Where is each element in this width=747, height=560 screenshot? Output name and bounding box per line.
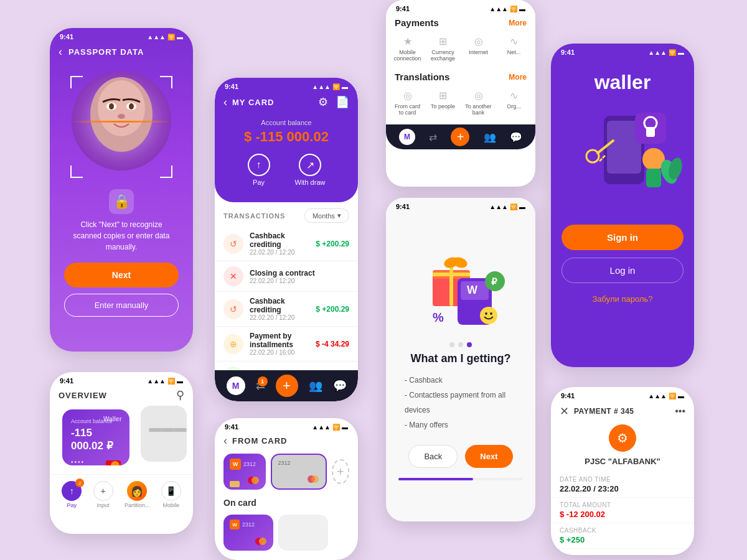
list-item[interactable]: ∿ Org... — [497, 86, 530, 119]
pd-close-icon[interactable]: ✕ — [560, 404, 569, 418]
list-item[interactable]: ∿ Net... — [497, 32, 530, 65]
phone2-time: 9:41 — [225, 83, 238, 90]
on-card-row: W 2312 — [215, 515, 358, 551]
nav-people-icon[interactable]: 👥 — [309, 379, 322, 393]
tx-icon-1: ↺ — [223, 234, 243, 254]
forgot-password-link[interactable]: Забули пароль? — [593, 294, 653, 304]
card-number: •••• 1401 — [71, 459, 106, 465]
overview-bottom-nav: ↑ 2 Pay + Input 👩 Partition... 📱 Mobile — [50, 474, 193, 512]
phone-onboarding: 9:41 ▲▲▲ 🛜 ▬ W — [386, 198, 535, 521]
list-item[interactable]: ◎ From card to card — [391, 86, 424, 119]
nav-people-icon3[interactable]: 👥 — [484, 131, 496, 143]
on-card-1[interactable]: W 2312 — [223, 515, 273, 551]
list-item[interactable]: ◎ Internet — [462, 32, 495, 65]
svg-point-4 — [109, 103, 114, 110]
from-card-2[interactable]: 2312 — [271, 454, 327, 490]
overview-nav: OVERVIEW ⚲ — [50, 387, 193, 406]
back-arrow-icon[interactable]: ‹ — [59, 45, 62, 58]
tx-amount-1: $ +200.29 — [316, 240, 349, 248]
tx-info-3: Cashback crediting 22.02.20 / 12:20 — [250, 297, 309, 321]
nav-transfer-icon3[interactable]: ⇄ — [429, 131, 437, 143]
enter-manually-button[interactable]: Enter manually — [64, 294, 179, 317]
filter-dropdown[interactable]: Months ▾ — [304, 208, 349, 223]
nav-m-icon3[interactable]: M — [399, 129, 415, 145]
card-footer: •••• 1401 — [71, 459, 121, 465]
svg-point-43 — [259, 538, 266, 545]
phone3-time: 9:41 — [396, 5, 410, 12]
fromcard-nav: ‹ FROM CARD — [215, 433, 358, 454]
tx-name-2: Closing a contract — [250, 269, 343, 278]
card1-num: 2312 — [243, 461, 256, 467]
avatar-icon: 👩 — [127, 481, 147, 501]
to-bank-icon: ◎ — [474, 90, 483, 101]
signin-button[interactable]: Sign in — [561, 225, 684, 250]
search-icon[interactable]: ⚲ — [176, 388, 184, 402]
battery-icon7: ▬ — [342, 424, 348, 431]
onboarding-actions: Back Next — [386, 445, 535, 468]
svg-text:₽: ₽ — [491, 276, 497, 287]
nav-m-icon[interactable]: M — [227, 376, 245, 395]
pd-amount-label: TOTAL AMOUNT — [560, 502, 685, 508]
list-item[interactable]: ★ Mobile connection — [391, 32, 424, 65]
on-card-section: On card — [215, 497, 358, 515]
add-card-button[interactable]: + — [332, 459, 349, 484]
dot-indicator — [386, 342, 535, 347]
phone5-time: 9:41 — [561, 49, 575, 56]
partition-nav-item[interactable]: 👩 Partition... — [125, 481, 150, 508]
org-icon: ∿ — [510, 90, 518, 101]
withdraw-action[interactable]: ↗ With draw — [295, 154, 326, 186]
bank-icon: ⚙ — [609, 424, 636, 452]
signal-icon5: ▲▲▲ — [648, 49, 667, 56]
list-item[interactable]: ⊞ Currency exchange — [426, 32, 459, 65]
document-icon[interactable]: 📄 — [336, 95, 349, 109]
tx-amount-4: $ -4 34.29 — [316, 340, 349, 348]
battery-icon3: ▬ — [519, 6, 525, 12]
fromcard-back-icon[interactable]: ‹ — [223, 434, 227, 447]
phone-mycard: 9:41 ▲▲▲ 🛜 ▬ ‹ MY CARD ⚙ 📄 Account balan… — [215, 78, 358, 401]
list-item[interactable]: ⊞ To people — [426, 86, 459, 119]
next-button-onboard[interactable]: Next — [465, 445, 512, 468]
tx-icon-3: ↺ — [223, 299, 243, 319]
question-title: What am I getting? — [386, 352, 535, 365]
phone-passport: 9:41 ▲▲▲ 🛜 ▬ ‹ PASSPORT DATA — [50, 28, 193, 352]
wifi-icon4: 🛜 — [510, 203, 517, 210]
nav-add-btn3[interactable]: + — [451, 128, 469, 146]
tx-date-2: 22.02.20 / 12:20 — [250, 278, 343, 284]
login-button[interactable]: Log in — [561, 258, 684, 283]
passport-actions: Next Enter manually — [50, 263, 193, 317]
table-row: ↺ Cashback crediting 22.02.20 / 12:20 $ … — [215, 226, 358, 261]
pay-action[interactable]: ↑ Pay — [248, 154, 270, 186]
card-to-card-label: From card to card — [392, 103, 423, 116]
phone6-header: 9:41 ▲▲▲ 🛜 ▬ — [50, 372, 193, 387]
filter-label: Months — [312, 212, 335, 220]
transactions-section: TRANSACTIONS Months ▾ ↺ Cashback crediti… — [215, 202, 358, 392]
org-label: Org... — [507, 103, 521, 110]
on-card-2[interactable] — [278, 515, 328, 551]
pd-more-icon[interactable]: ••• — [675, 406, 685, 417]
mobile-nav-item[interactable]: 📱 Mobile — [161, 481, 181, 508]
payments-more[interactable]: More — [509, 19, 527, 27]
next-button[interactable]: Next — [64, 263, 179, 287]
nav-transfer-item: ⇄ 1 — [256, 379, 265, 393]
back-button[interactable]: Back — [408, 445, 458, 468]
list-item[interactable]: ◎ To another bank — [462, 86, 495, 119]
svg-point-18 — [485, 312, 487, 315]
mycard-back[interactable]: ‹ MY CARD — [223, 96, 274, 109]
nav-chat-icon[interactable]: 💬 — [333, 379, 347, 393]
phone4-status: ▲▲▲ 🛜 ▬ — [489, 203, 525, 210]
nav-chat-icon3[interactable]: 💬 — [510, 131, 522, 143]
battery-icon8: ▬ — [678, 393, 684, 399]
tx-info-4: Payment by installments 22.02.20 / 16:00 — [250, 332, 309, 356]
nav-add-button[interactable]: + — [276, 375, 298, 397]
back-icon[interactable]: ‹ — [223, 96, 227, 109]
to-people-label: To people — [431, 103, 455, 110]
settings-icon[interactable]: ⚙ — [318, 95, 328, 109]
forgot-password-section: Забули пароль? — [551, 293, 694, 304]
oncard1-w: W — [230, 520, 240, 530]
pay-nav-item[interactable]: ↑ 2 Pay — [62, 481, 82, 508]
translations-more[interactable]: More — [509, 73, 527, 82]
input-nav-item[interactable]: + Input — [93, 481, 113, 508]
pay-nav-label: Pay — [67, 502, 77, 508]
from-card-1[interactable]: W 2312 — [223, 454, 266, 490]
payments-title-row: Payments More — [386, 15, 535, 29]
